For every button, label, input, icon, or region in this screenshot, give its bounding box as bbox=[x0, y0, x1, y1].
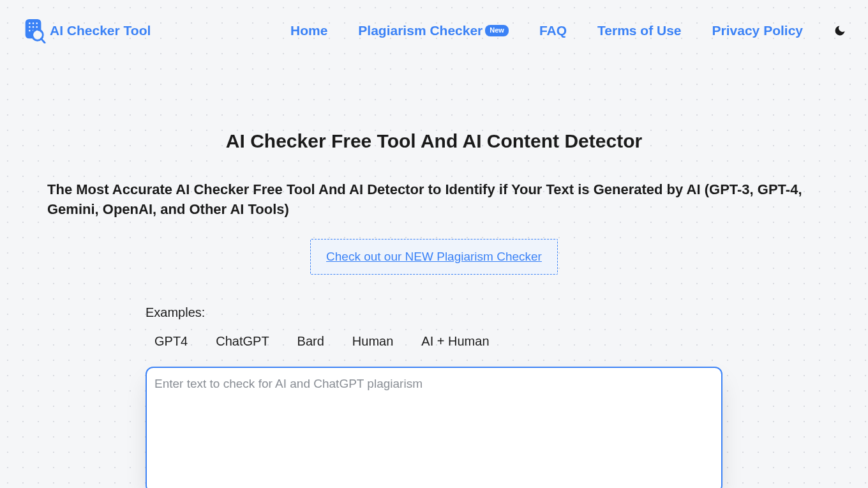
svg-point-6 bbox=[36, 26, 38, 27]
plagiarism-callout-link[interactable]: Check out our NEW Plagiarism Checker bbox=[310, 239, 558, 275]
example-chatgpt-button[interactable]: ChatGPT bbox=[207, 330, 278, 353]
text-input[interactable] bbox=[146, 367, 722, 488]
svg-point-5 bbox=[33, 26, 34, 27]
main-content: AI Checker Free Tool And AI Content Dete… bbox=[19, 130, 849, 488]
svg-point-11 bbox=[33, 31, 41, 39]
example-bard-button[interactable]: Bard bbox=[288, 330, 333, 353]
svg-line-12 bbox=[41, 38, 45, 43]
dark-mode-toggle[interactable] bbox=[834, 24, 846, 37]
svg-point-7 bbox=[29, 30, 30, 31]
moon-icon bbox=[834, 24, 846, 37]
examples-row: GPT4 ChatGPT Bard Human AI + Human bbox=[146, 330, 722, 353]
logo-text: AI Checker Tool bbox=[50, 23, 151, 38]
nav-privacy[interactable]: Privacy Policy bbox=[712, 23, 803, 38]
site-header: AI Checker Tool Home Plagiarism Checker … bbox=[0, 0, 868, 61]
page-subtitle: The Most Accurate AI Checker Free Tool A… bbox=[47, 180, 821, 220]
example-gpt4-button[interactable]: GPT4 bbox=[146, 330, 197, 353]
svg-point-3 bbox=[36, 22, 38, 24]
svg-point-2 bbox=[33, 22, 34, 24]
new-badge: New bbox=[485, 25, 509, 36]
examples-label: Examples: bbox=[146, 305, 722, 320]
checker-panel: Examples: GPT4 ChatGPT Bard Human AI + H… bbox=[146, 305, 722, 488]
svg-point-4 bbox=[29, 26, 30, 27]
nav-terms[interactable]: Terms of Use bbox=[597, 23, 682, 38]
nav-plagiarism-label: Plagiarism Checker bbox=[358, 23, 483, 38]
example-human-button[interactable]: Human bbox=[343, 330, 402, 353]
svg-point-1 bbox=[29, 22, 30, 24]
nav-home[interactable]: Home bbox=[290, 23, 327, 38]
logo-icon bbox=[22, 18, 46, 43]
page-title: AI Checker Free Tool And AI Content Dete… bbox=[47, 130, 821, 152]
logo[interactable]: AI Checker Tool bbox=[22, 18, 151, 43]
nav-faq[interactable]: FAQ bbox=[539, 23, 567, 38]
nav-plagiarism[interactable]: Plagiarism Checker New bbox=[358, 23, 509, 38]
example-ai-human-button[interactable]: AI + Human bbox=[412, 330, 498, 353]
main-nav: Home Plagiarism Checker New FAQ Terms of… bbox=[290, 23, 846, 38]
